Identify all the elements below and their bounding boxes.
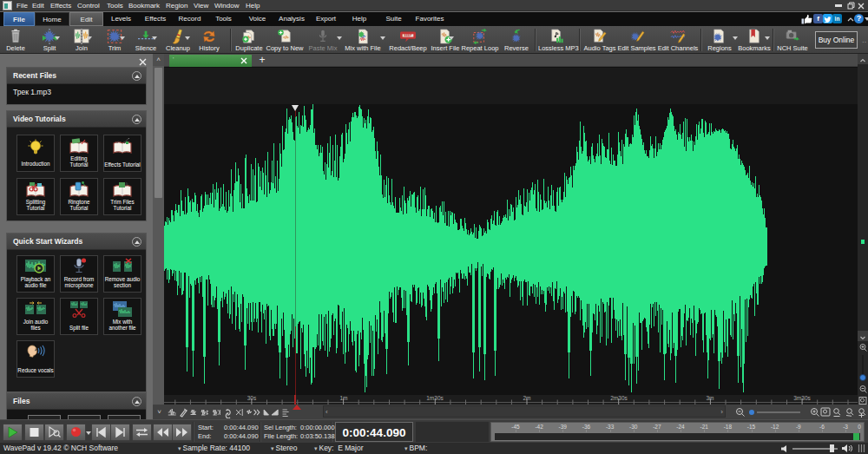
svg-text:3m30s: 3m30s [793, 395, 811, 401]
svg-text:2m30s: 2m30s [610, 395, 628, 401]
svg-text:1m: 1m [339, 395, 347, 401]
svg-text:3m: 3m [706, 395, 713, 401]
svg-text:30s: 30s [247, 395, 257, 401]
svg-text:BEEP: BEEP [404, 34, 413, 37]
svg-text:2m: 2m [523, 395, 530, 401]
svg-text:1m30s: 1m30s [426, 395, 444, 401]
